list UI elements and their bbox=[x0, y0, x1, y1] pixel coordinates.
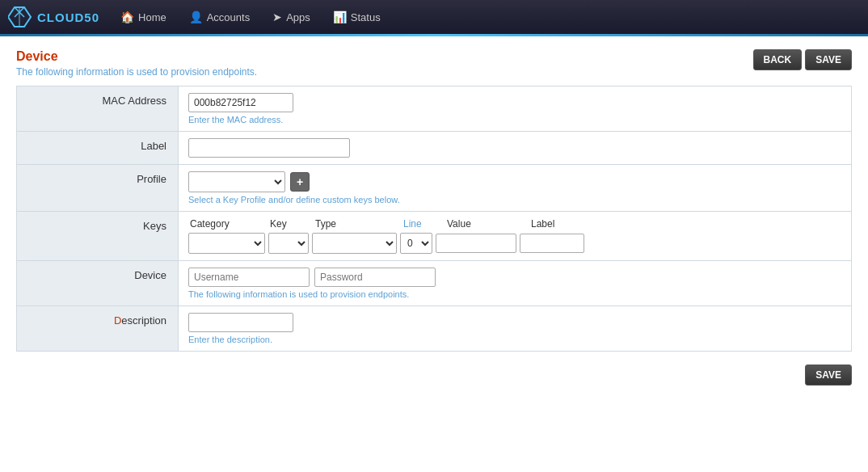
mac-address-label-text: MAC Address bbox=[103, 95, 166, 107]
keys-label-text: Keys bbox=[143, 220, 166, 232]
brand: CLOUD50 bbox=[8, 4, 99, 30]
description-value-cell: Enter the description. bbox=[179, 306, 852, 352]
nav-apps[interactable]: ➤ Apps bbox=[263, 6, 320, 28]
label-value-cell bbox=[179, 132, 852, 165]
keys-category-select[interactable] bbox=[188, 233, 265, 254]
nav-home[interactable]: 🏠 Home bbox=[111, 6, 176, 28]
device-label-cell: Device bbox=[17, 261, 179, 306]
device-row: Device The following information is used… bbox=[17, 261, 852, 306]
keys-label-cell: Keys bbox=[17, 212, 179, 261]
device-username-input[interactable] bbox=[188, 268, 310, 287]
profile-select[interactable] bbox=[188, 171, 285, 192]
mac-address-hint: Enter the MAC address. bbox=[188, 115, 841, 124]
apps-icon: ➤ bbox=[272, 11, 282, 23]
nav-accounts-label: Accounts bbox=[207, 11, 250, 23]
keys-col-keylabel: Label bbox=[531, 218, 596, 230]
description-label-text: escription bbox=[121, 314, 166, 327]
label-row: Label bbox=[17, 132, 852, 165]
page-header-left: Device The following information is used… bbox=[16, 49, 257, 78]
form-table: MAC Address Enter the MAC address. Label… bbox=[16, 86, 852, 352]
device-value-cell: The following information is used to pro… bbox=[179, 261, 852, 306]
label-label-text: Label bbox=[141, 140, 166, 152]
keys-col-type: Type bbox=[315, 218, 400, 230]
status-icon: 📊 bbox=[333, 11, 347, 23]
page-title: Device bbox=[16, 49, 257, 64]
back-button[interactable]: BACK bbox=[753, 49, 803, 70]
profile-add-button[interactable]: + bbox=[290, 172, 310, 192]
description-row: Description Enter the description. bbox=[17, 306, 852, 352]
bottom-bar: SAVE bbox=[16, 365, 852, 386]
keys-col-line: Line bbox=[403, 218, 444, 230]
label-label-cell: Label bbox=[17, 132, 179, 165]
profile-controls: + bbox=[188, 171, 841, 192]
keys-input-row: 0 bbox=[188, 233, 841, 254]
keys-type-select[interactable] bbox=[312, 233, 397, 254]
profile-value-cell: + Select a Key Profile and/or define cus… bbox=[179, 165, 852, 212]
nav-accounts[interactable]: 👤 Accounts bbox=[179, 6, 259, 28]
description-hint: Enter the description. bbox=[188, 335, 841, 344]
device-hint: The following information is used to pro… bbox=[188, 289, 841, 299]
page-header: Device The following information is used… bbox=[16, 49, 852, 78]
keys-col-value: Value bbox=[447, 218, 528, 230]
device-password-input[interactable] bbox=[314, 268, 436, 287]
header-buttons: BACK SAVE bbox=[753, 49, 852, 70]
content-wrapper: Device The following information is used… bbox=[0, 36, 868, 472]
brand-text: CLOUD50 bbox=[37, 11, 99, 24]
profile-label-text: Profile bbox=[137, 173, 166, 185]
keys-col-category: Category bbox=[190, 218, 267, 230]
brand-logo-icon bbox=[8, 4, 34, 30]
page-subtitle: The following information is used to pro… bbox=[16, 66, 257, 78]
keys-line-select[interactable]: 0 bbox=[400, 233, 432, 254]
keys-value-input[interactable] bbox=[436, 234, 516, 253]
keys-col-key: Key bbox=[270, 218, 312, 230]
keys-column-headers: Category Key Type Line Value Label bbox=[188, 218, 841, 230]
description-label-accent: D bbox=[114, 314, 121, 327]
nav-apps-label: Apps bbox=[286, 11, 310, 23]
save-button-bottom[interactable]: SAVE bbox=[805, 365, 852, 386]
description-label-cell: Description bbox=[17, 306, 179, 352]
profile-row: Profile + Select a Key Profile and/or de… bbox=[17, 165, 852, 212]
mac-address-row: MAC Address Enter the MAC address. bbox=[17, 86, 852, 132]
nav-status-label: Status bbox=[351, 11, 381, 23]
device-inputs bbox=[188, 268, 841, 287]
keys-value-cell: Category Key Type Line Value Label bbox=[179, 212, 852, 261]
keys-key-select[interactable] bbox=[268, 233, 309, 254]
accounts-icon: 👤 bbox=[189, 11, 203, 23]
mac-address-label: MAC Address bbox=[17, 86, 179, 132]
description-input[interactable] bbox=[188, 313, 293, 332]
nav-status[interactable]: 📊 Status bbox=[323, 6, 390, 28]
nav-home-label: Home bbox=[138, 11, 166, 23]
keys-row: Keys Category Key Type Line Value Label bbox=[17, 212, 852, 261]
home-icon: 🏠 bbox=[120, 11, 134, 23]
keys-label-input[interactable] bbox=[520, 234, 584, 253]
save-button-top[interactable]: SAVE bbox=[805, 49, 852, 70]
device-label-text: Device bbox=[134, 269, 166, 281]
label-input[interactable] bbox=[188, 138, 350, 158]
mac-address-value-cell: Enter the MAC address. bbox=[179, 86, 852, 132]
mac-address-input[interactable] bbox=[188, 93, 293, 112]
profile-hint: Select a Key Profile and/or define custo… bbox=[188, 195, 841, 204]
navbar: CLOUD50 🏠 Home 👤 Accounts ➤ Apps 📊 Statu… bbox=[0, 0, 868, 34]
profile-label-cell: Profile bbox=[17, 165, 179, 212]
